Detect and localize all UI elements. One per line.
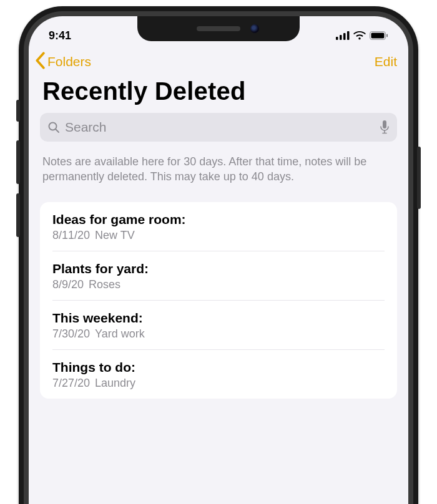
search-input[interactable] xyxy=(65,120,375,135)
list-item[interactable]: This weekend: 7/30/20Yard work xyxy=(52,301,385,350)
cellular-icon xyxy=(336,31,350,40)
svg-rect-6 xyxy=(386,34,388,37)
note-meta: 7/30/20Yard work xyxy=(52,327,385,341)
svg-rect-0 xyxy=(336,37,338,40)
back-button[interactable]: Folders xyxy=(34,52,91,72)
battery-icon xyxy=(370,31,388,40)
device-notch xyxy=(137,16,300,41)
status-time: 9:41 xyxy=(49,29,71,42)
list-item[interactable]: Ideas for game room: 8/11/20New TV xyxy=(52,202,385,251)
note-title: Ideas for game room: xyxy=(52,212,385,227)
wifi-icon xyxy=(353,31,366,40)
chevron-left-icon xyxy=(34,52,46,72)
back-label: Folders xyxy=(47,54,91,69)
list-item[interactable]: Plants for yard: 8/9/20Roses xyxy=(52,251,385,301)
svg-point-7 xyxy=(49,123,57,130)
microphone-icon[interactable] xyxy=(380,120,390,134)
page-title: Recently Deleted xyxy=(29,76,408,113)
search-field[interactable] xyxy=(40,113,397,142)
note-title: Plants for yard: xyxy=(52,261,385,276)
note-meta: 8/9/20Roses xyxy=(52,278,385,291)
notes-list: Ideas for game room: 8/11/20New TV Plant… xyxy=(40,202,397,399)
list-item[interactable]: Things to do: 7/27/20Laundry xyxy=(52,350,385,399)
svg-line-8 xyxy=(56,130,59,133)
note-title: This weekend: xyxy=(52,311,385,326)
svg-rect-9 xyxy=(383,120,386,128)
svg-rect-1 xyxy=(340,35,342,40)
info-text: Notes are available here for 30 days. Af… xyxy=(29,142,408,202)
note-meta: 8/11/20New TV xyxy=(52,229,385,242)
note-title: Things to do: xyxy=(52,360,385,375)
svg-rect-3 xyxy=(347,31,350,40)
edit-button[interactable]: Edit xyxy=(375,54,397,69)
svg-rect-5 xyxy=(371,33,385,39)
search-icon xyxy=(47,121,60,133)
svg-rect-2 xyxy=(343,33,346,40)
note-meta: 7/27/20Laundry xyxy=(52,377,385,390)
